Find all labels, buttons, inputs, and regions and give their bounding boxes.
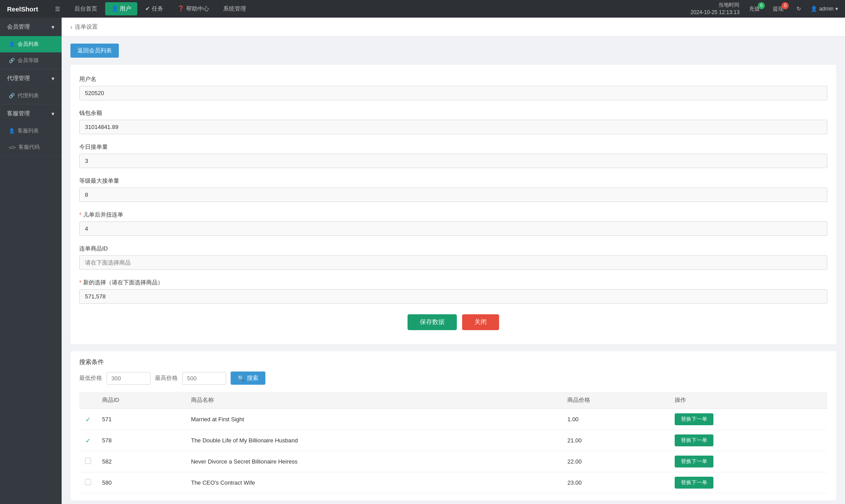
chevron-down-icon-3: ▾ [51,110,55,117]
search-button[interactable]: 🔍 搜索 [231,372,265,385]
max-price-input[interactable] [182,372,226,385]
product-id-input[interactable] [79,255,827,270]
search-card: 搜索条件 最低价格 最高价格 🔍 搜索 [70,351,836,500]
checkmark-icon: ✓ [85,416,91,423]
product-table: 商品ID 商品名称 商品价格 操作 ✓ 571 Married at First… [79,392,827,493]
child-orders-group: 儿单后并扭连单 [79,211,827,236]
row-action: 替换下一单 [669,451,827,472]
table-header-row: 商品ID 商品名称 商品价格 操作 [79,392,827,409]
username-display: admin [819,6,834,12]
breadcrumb-sep: › [70,24,72,30]
new-selection-label: 新的选择（请在下面选择商品） [79,279,827,287]
back-to-member-list-button[interactable]: 返回会员列表 [70,44,119,58]
nav-menu-icon[interactable]: ☰ [49,3,66,15]
search-row: 最低价格 最高价格 🔍 搜索 [79,372,827,385]
recharge-badge: 6 [758,2,765,9]
row-check[interactable] [79,472,97,493]
table-row: 580 The CEO's Contract Wife 23.00 替换下一单 [79,472,827,493]
checkmark-icon: ✓ [85,437,91,444]
recharge-button[interactable]: 充值 6 [746,4,763,14]
table-row: ✓ 578 The Double Life of My Billionaire … [79,430,827,451]
search-icon: 🔍 [238,375,245,382]
table-row: 582 Never Divorce a Secret Billionaire H… [79,451,827,472]
today-orders-input[interactable] [79,154,827,168]
sidebar-item-service-code[interactable]: </> 客服代码 [0,139,62,155]
main-content: › 连单设置 返回会员列表 用户名 钱包余额 今日接单量 [62,18,845,504]
time-value: 2024-10-25 12:13:13 [691,9,739,16]
row-product-id: 571 [97,409,186,430]
nav-items: ☰ 后台首页 👤 👤 用户用户 ✔ 任务 ❓ 帮助中心 系统管理 [49,2,691,15]
max-price-label: 最高价格 [155,374,178,382]
col-product-price: 商品价格 [562,392,669,409]
close-button[interactable]: 关闭 [462,314,499,330]
breadcrumb-current: 连单设置 [75,23,98,31]
checkbox-icon [85,458,91,464]
wallet-group: 钱包余额 [79,109,827,134]
agent-group-header[interactable]: 代理管理 ▾ [0,69,62,88]
app-logo: ReelShort [7,5,38,13]
member-group-header[interactable]: 会员管理 ▾ [0,18,62,36]
content-area: 返回会员列表 用户名 钱包余额 今日接单量 等级最大接单量 [62,37,845,504]
sidebar-item-member-level[interactable]: 🔗 会员等级 [0,52,62,69]
max-orders-group: 等级最大接单量 [79,177,827,202]
code-icon: </> [9,145,16,150]
col-product-name: 商品名称 [186,392,562,409]
row-product-price: 21.00 [562,430,669,451]
col-actions: 操作 [669,392,827,409]
sidebar-item-service-list[interactable]: 👤 客服列表 [0,123,62,139]
link-icon: 🔗 [9,58,15,63]
row-product-id: 580 [97,472,186,493]
checkbox-icon [85,479,91,485]
wallet-label: 钱包余额 [79,109,827,117]
row-check[interactable] [79,451,97,472]
row-action: 替换下一单 [669,409,827,430]
today-orders-label: 今日接单量 [79,143,827,151]
app-layout: 会员管理 ▾ 👤 会员列表 🔗 会员等级 代理管理 ▾ 🔗 代理列表 [0,18,845,504]
row-action: 替换下一单 [669,472,827,493]
datetime-display: 当地时间 2024-10-25 12:13:13 [691,1,739,16]
new-selection-group: 新的选择（请在下面选择商品） [79,279,827,304]
row-action: 替换下一单 [669,430,827,451]
nav-task[interactable]: ✔ 任务 [139,2,169,15]
nav-system[interactable]: 系统管理 [217,2,252,15]
alert-button[interactable]: 提现 0 [769,4,787,14]
breadcrumb: › 连单设置 [62,18,845,37]
top-nav-right: 当地时间 2024-10-25 12:13:13 充值 6 提现 0 ↻ 👤 a… [691,1,838,16]
replace-next-order-button[interactable]: 替换下一单 [675,456,713,467]
row-check[interactable]: ✓ [79,409,97,430]
row-product-name: Never Divorce a Secret Billionaire Heire… [186,451,562,472]
username-input[interactable] [79,86,827,100]
table-row: ✓ 571 Married at First Sight 1.00 替换下一单 [79,409,827,430]
nav-home[interactable]: 后台首页 [68,2,103,15]
wallet-input[interactable] [79,120,827,134]
link-icon-2: 🔗 [9,93,15,99]
service-section: 客服管理 ▾ 👤 客服列表 </> 客服代码 [0,104,62,156]
sidebar-item-member-list[interactable]: 👤 会员列表 [0,36,62,52]
new-selection-input[interactable] [79,289,827,304]
replace-next-order-button[interactable]: 替换下一单 [675,413,713,425]
product-table-wrap: 商品ID 商品名称 商品价格 操作 ✓ 571 Married at First… [79,392,827,493]
nav-help[interactable]: ❓ 帮助中心 [171,2,215,15]
refresh-button[interactable]: ↻ [793,4,805,13]
user-menu[interactable]: 👤 admin ▾ [811,6,838,12]
username-group: 用户名 [79,75,827,100]
nav-user[interactable]: 👤 👤 用户用户 [105,2,138,15]
save-button[interactable]: 保存数据 [408,314,457,330]
sidebar-item-agent-list[interactable]: 🔗 代理列表 [0,88,62,104]
row-check[interactable]: ✓ [79,430,97,451]
product-id-group: 连单商品ID [79,245,827,270]
service-group-header[interactable]: 客服管理 ▾ [0,104,62,123]
min-price-label: 最低价格 [79,374,102,382]
username-label: 用户名 [79,75,827,83]
max-orders-label: 等级最大接单量 [79,177,827,185]
col-product-id: 商品ID [97,392,186,409]
row-product-price: 23.00 [562,472,669,493]
min-price-input[interactable] [107,372,151,385]
replace-next-order-button[interactable]: 替换下一单 [675,434,713,446]
replace-next-order-button[interactable]: 替换下一单 [675,477,713,489]
row-product-price: 1.00 [562,409,669,430]
child-orders-input[interactable] [79,221,827,236]
row-product-name: The Double Life of My Billionaire Husban… [186,430,562,451]
max-orders-input[interactable] [79,188,827,202]
user-icon-2: 👤 [9,128,15,134]
